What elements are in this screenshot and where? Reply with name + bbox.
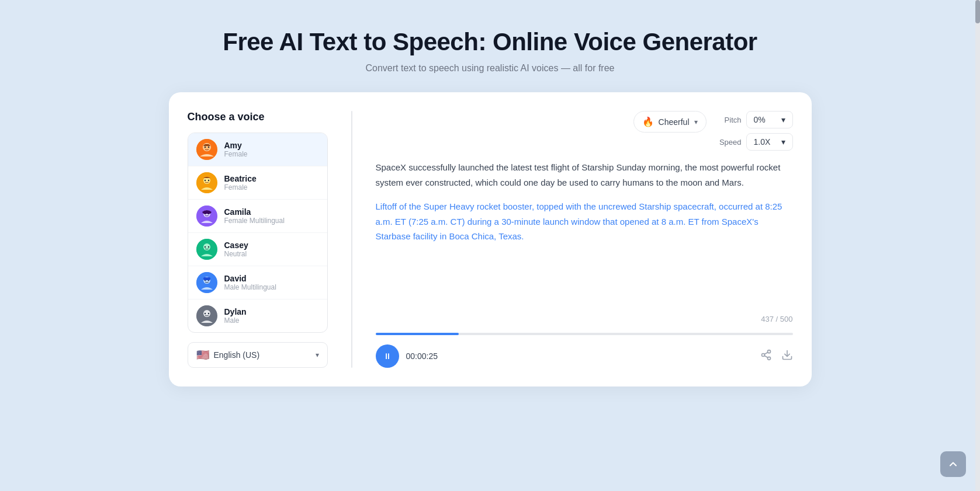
page-title: Free AI Text to Speech: Online Voice Gen… xyxy=(12,28,968,56)
main-card: Choose a voice Amy xyxy=(169,92,812,386)
voice-name-amy: Amy xyxy=(224,141,248,150)
svg-point-16 xyxy=(207,246,209,248)
speed-dropdown[interactable]: 1.0X ▾ xyxy=(746,133,793,151)
voice-name-casey: Casey xyxy=(224,241,248,250)
avatar-casey xyxy=(196,239,217,260)
svg-line-30 xyxy=(764,352,768,354)
svg-point-25 xyxy=(207,313,209,314)
text-content: SpaceX successfully launched the latest … xyxy=(376,160,793,277)
text-area[interactable]: SpaceX successfully launched the latest … xyxy=(376,160,793,301)
voice-info-david: David Male Multilingual xyxy=(224,274,276,291)
avatar-beatrice xyxy=(196,172,217,193)
voice-info-beatrice: Beatrice Female xyxy=(224,174,257,191)
avatar-amy xyxy=(196,139,217,160)
voice-name-dylan: Dylan xyxy=(224,307,247,316)
voice-name-beatrice: Beatrice xyxy=(224,174,257,183)
svg-point-7 xyxy=(204,180,205,181)
voice-item-casey[interactable]: Casey Neutral xyxy=(188,233,327,266)
page-subtitle: Convert text to speech using realistic A… xyxy=(12,63,968,74)
pitch-label: Pitch xyxy=(718,116,742,124)
voice-type-david: Male Multilingual xyxy=(224,283,276,291)
progress-fill xyxy=(376,333,459,335)
pause-button[interactable]: ⏸ xyxy=(376,344,399,368)
mood-chevron-icon: ▾ xyxy=(694,118,698,126)
voice-type-dylan: Male xyxy=(224,316,247,325)
mood-selector[interactable]: 🔥 Cheerful ▾ xyxy=(633,111,707,133)
top-controls-right: 🔥 Cheerful ▾ Pitch 0% ▾ xyxy=(633,111,793,151)
svg-point-8 xyxy=(207,180,209,181)
player-section: ⏸ 00:00:25 xyxy=(376,333,793,368)
choose-voice-label: Choose a voice xyxy=(188,111,328,123)
voice-info-camila: Camila Female Multilingual xyxy=(224,207,285,225)
speed-chevron-icon: ▾ xyxy=(781,137,785,147)
svg-point-3 xyxy=(204,147,205,148)
voice-item-beatrice[interactable]: Beatrice Female xyxy=(188,166,327,200)
avatar-dylan xyxy=(196,305,217,326)
char-count: 437 / 500 xyxy=(376,315,793,323)
svg-point-4 xyxy=(207,147,209,148)
voice-type-amy: Female xyxy=(224,150,248,158)
svg-line-29 xyxy=(764,356,768,357)
text-paragraph-1: SpaceX successfully launched the latest … xyxy=(376,160,793,190)
text-paragraph-2: Liftoff of the Super Heavy rocket booste… xyxy=(376,199,793,244)
voice-name-camila: Camila xyxy=(224,207,285,217)
voice-name-david: David xyxy=(224,274,276,283)
right-panel: 🔥 Cheerful ▾ Pitch 0% ▾ xyxy=(376,111,793,368)
svg-point-15 xyxy=(204,246,205,248)
pause-icon: ⏸ xyxy=(383,351,392,361)
svg-rect-21 xyxy=(203,277,210,280)
svg-point-24 xyxy=(204,313,205,314)
scroll-to-top-button[interactable] xyxy=(940,451,966,477)
player-controls: ⏸ 00:00:25 xyxy=(376,344,793,368)
time-display: 00:00:25 xyxy=(406,351,438,361)
language-select-inner: 🇺🇸 English (US) xyxy=(196,349,260,361)
mood-label: Cheerful xyxy=(659,117,690,127)
top-controls-row: 🔥 Cheerful ▾ Pitch 0% ▾ xyxy=(376,111,793,151)
pitch-value: 0% xyxy=(754,115,766,124)
voice-type-casey: Neutral xyxy=(224,250,248,258)
flag-icon: 🇺🇸 xyxy=(196,349,209,361)
voice-info-casey: Casey Neutral xyxy=(224,241,248,258)
language-chevron-icon: ▾ xyxy=(316,351,319,359)
pitch-dropdown[interactable]: 0% ▾ xyxy=(746,111,793,128)
download-icon[interactable] xyxy=(781,349,793,364)
voice-info-amy: Amy Female xyxy=(224,141,248,158)
avatar-david xyxy=(196,272,217,293)
player-actions xyxy=(760,349,793,364)
voice-item-amy[interactable]: Amy Female xyxy=(188,133,327,166)
voice-item-david[interactable]: David Male Multilingual xyxy=(188,266,327,300)
share-icon[interactable] xyxy=(760,349,772,364)
voice-list: Amy Female xyxy=(188,133,328,333)
pitch-chevron-icon: ▾ xyxy=(781,115,785,124)
language-label: English (US) xyxy=(214,350,260,360)
avatar-camila xyxy=(196,206,217,227)
mood-emoji: 🔥 xyxy=(642,116,654,127)
divider xyxy=(351,111,352,368)
voice-item-dylan[interactable]: Dylan Male xyxy=(188,300,327,332)
left-panel: Choose a voice Amy xyxy=(188,111,328,368)
voice-type-camila: Female Multilingual xyxy=(224,217,285,225)
voice-info-dylan: Dylan Male xyxy=(224,307,247,325)
speed-label: Speed xyxy=(718,138,742,147)
voice-type-beatrice: Female xyxy=(224,183,257,191)
language-select[interactable]: 🇺🇸 English (US) ▾ xyxy=(188,342,328,368)
progress-track[interactable] xyxy=(376,333,793,335)
voice-item-camila[interactable]: Camila Female Multilingual xyxy=(188,200,327,233)
speed-value: 1.0X xyxy=(754,137,771,147)
